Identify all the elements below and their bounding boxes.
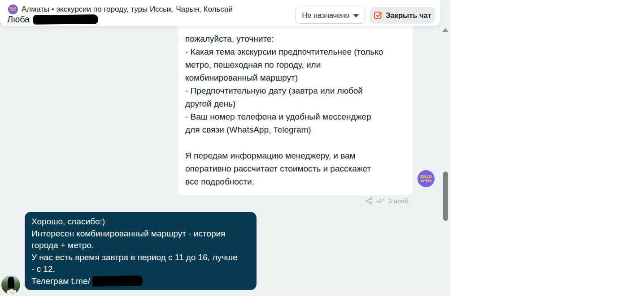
bot-message-line: - Ваш номер телефона и удобный мессендже… (185, 110, 405, 123)
chat-panel: пожалуйста, уточните: - Какая тема экску… (0, 0, 450, 296)
user-message-telegram-line: Телеграм t.me/ (31, 275, 250, 287)
user-message-line: У нас есть время завтра в период с 11 до… (31, 252, 250, 264)
bot-message-line: пожалуйста, уточните: (185, 32, 405, 45)
share-icon[interactable] (365, 197, 373, 205)
user-message-line: Интересен комбинированный маршрут - исто… (31, 228, 250, 240)
avatar-flowers-decor (10, 289, 13, 292)
bot-message-line: комбинированный маршрут) (185, 71, 405, 84)
bot-message-line: Я передам информацию менеджеру, и вам (185, 149, 405, 162)
user-message-line: города + метро. (31, 240, 250, 252)
redacted-contact-surname (33, 14, 98, 25)
contact-sidebar: Люба Подписан Отключить Добавлен 3 нояб.… (450, 0, 644, 296)
enjovers-logo-text: VERS (420, 179, 432, 183)
assignee-value: Не назначено (302, 11, 349, 20)
bot-message-line: метро, пешеходная по городу, или (185, 58, 405, 71)
telegram-link-prefix[interactable]: Телеграм t.me/ (31, 276, 90, 286)
close-chat-button[interactable]: Закрыть чат (370, 7, 435, 24)
double-check-icon (376, 197, 385, 204)
chat-contact-name-row: Люба (7, 14, 98, 25)
enjovers-bot-badge: ENJO VERS (418, 170, 435, 187)
contact-name: Люба (7, 14, 30, 25)
chat-bot-title: Алматы • экскурсии по городу, туры Иссык… (22, 5, 233, 14)
bot-message-line: - Предпочтительную дату (завтра или любо… (185, 84, 405, 97)
bot-message-line (185, 136, 405, 149)
app-window: пожалуйста, уточните: - Какая тема экску… (0, 0, 644, 296)
enjovers-logo-text: VERS (10, 9, 16, 12)
chevron-down-icon (353, 14, 359, 17)
user-avatar (1, 275, 20, 294)
close-chat-label: Закрыть чат (386, 11, 431, 20)
user-message-bubble: Хорошо, спасибо:) Интересен комбинирован… (25, 212, 257, 290)
enjovers-logo-text: ENJO (420, 174, 432, 179)
bot-message-line: другой день) (185, 97, 405, 110)
message-meta-row: 3 нояб. (178, 196, 410, 205)
bot-message-line: - Какая тема экскурсии предпочтительнее … (185, 45, 405, 58)
check-square-icon (374, 11, 383, 20)
redacted-avatar-area (8, 277, 14, 288)
bot-message-bubble: пожалуйста, уточните: - Какая тема экску… (178, 22, 413, 195)
chat-header: ENJO VERS Алматы • экскурсии по городу, … (0, 0, 440, 26)
user-message-line: - с 12. (31, 263, 250, 275)
scrollbar-up-arrow[interactable] (442, 28, 448, 32)
bot-message-line: все подробности. (185, 175, 405, 188)
redacted-telegram-handle (92, 275, 143, 287)
bot-message-line: для связи (WhatsApp, Telegram) (185, 123, 405, 136)
user-message-line: Хорошо, спасибо:) (31, 216, 250, 228)
message-timestamp: 3 нояб. (388, 197, 410, 205)
assignee-dropdown[interactable]: Не назначено (295, 7, 366, 24)
bot-message-line: оперативно рассчитает стоимость и расска… (185, 162, 405, 175)
enjovers-bot-avatar: ENJO VERS (8, 4, 18, 14)
scrollbar-thumb[interactable] (443, 172, 448, 221)
